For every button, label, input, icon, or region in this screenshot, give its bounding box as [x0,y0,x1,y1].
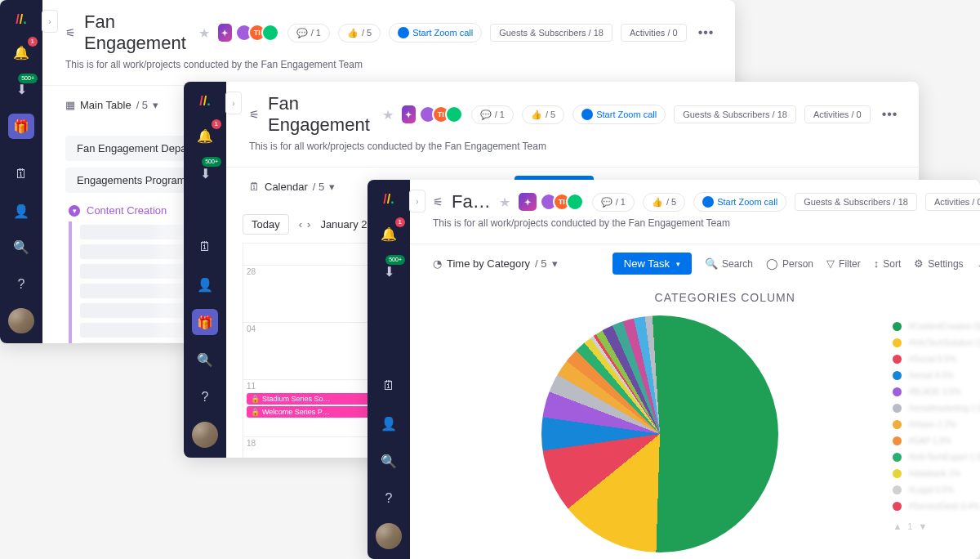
search-button[interactable]: 🔍Search [705,257,753,270]
activities-chip[interactable]: Activities / 0 [925,193,980,211]
legend-item[interactable]: #ServiceDesk 0.4% [893,502,980,511]
guests-chip[interactable]: Guests & Subscribers / 18 [795,193,917,211]
view-selector[interactable]: ◔ Time by Category / 5 ▾ [433,257,558,270]
legend-item[interactable]: #InfoTechSolution 13.5% [893,338,980,347]
legend-item[interactable]: #GAP 1.9% [893,436,980,445]
prev-icon[interactable]: ‹ [299,218,302,230]
star-icon[interactable]: ★ [198,25,210,41]
legend-item[interactable]: #Legal 0.5% [893,485,980,494]
legend-item[interactable]: #Social 8.5% [893,355,980,364]
gift-icon[interactable]: 🎁 [8,114,34,139]
app-badge-icon[interactable]: ✦ [218,24,232,42]
person-filter[interactable]: ◯Person [766,257,813,270]
star-icon[interactable]: ★ [499,195,510,210]
help-icon[interactable]: ? [192,384,218,410]
zoom-button[interactable]: Start Zoom call [693,192,786,212]
search-icon[interactable]: 🔍 [376,448,402,474]
zoom-button[interactable]: Start Zoom call [389,23,482,42]
app-badge-icon[interactable]: ✦ [402,105,416,123]
sort-button[interactable]: ↕Sort [874,257,902,270]
new-task-button[interactable]: New Task▾ [612,253,692,275]
invite-icon[interactable]: 👤 [192,271,218,297]
activities-chip[interactable]: Activities / 0 [804,105,871,123]
logo-icon[interactable]: //. [11,10,31,29]
legend-item[interactable]: #InfoTechExpert 1.5% [893,453,980,462]
collapse-icon[interactable]: ▾ [69,205,80,217]
expand-sidebar-icon[interactable]: › [409,190,425,212]
board-title[interactable]: Fan Engagement [268,93,374,136]
conversations-pill[interactable]: 💬/ 1 [287,24,330,42]
member-avatars[interactable]: TI [545,193,584,211]
more-icon[interactable]: ••• [879,107,902,122]
share-icon[interactable]: ⚟ [65,26,76,39]
legend-item[interactable]: #databank 1% [893,469,980,478]
avatar-icon [261,24,279,42]
share-icon[interactable]: ⚟ [433,195,443,208]
member-avatars[interactable]: TI [240,24,279,42]
user-avatar[interactable] [376,523,402,549]
settings-button[interactable]: ⚙Settings [914,257,963,270]
member-avatars[interactable]: TI [424,105,463,123]
table-row[interactable] [80,264,194,279]
user-avatar[interactable] [192,422,218,448]
legend-label: #Social 8.5% [908,355,956,364]
conversations-pill[interactable]: 💬/ 1 [592,193,635,212]
notifications-icon[interactable]: 🔔1 [192,123,218,149]
help-icon[interactable]: ? [376,485,402,512]
legend-pagination[interactable]: ▲ 1 ▼ [893,521,980,531]
expand-sidebar-icon[interactable]: › [225,92,242,114]
gift-icon[interactable]: 🎁 [192,309,218,335]
legend-swatch [893,485,902,494]
app-badge-icon[interactable]: ✦ [519,193,537,211]
board-title[interactable]: Fan Engagement [84,11,190,54]
guests-chip[interactable]: Guests & Subscribers / 18 [490,24,612,42]
calendar-icon[interactable]: 🗓 [8,162,34,187]
guests-chip[interactable]: Guests & Subscribers / 18 [674,105,796,123]
notifications-icon[interactable]: 🔔1 [8,40,34,65]
search-icon[interactable]: 🔍 [192,347,218,373]
inbox-icon[interactable]: ⬇500+ [8,77,34,102]
likes-pill[interactable]: 👍/ 5 [643,193,685,212]
table-row[interactable] [80,323,194,338]
table-row[interactable] [80,225,194,239]
table-row[interactable] [80,303,194,318]
notifications-icon[interactable]: 🔔1 [376,221,402,247]
search-icon[interactable]: 🔍 [8,235,34,260]
legend-swatch [893,404,902,413]
legend-item[interactable]: #emailmarketing 2.5% [893,404,980,413]
table-row[interactable] [80,284,194,298]
calendar-icon[interactable]: 🗓 [376,373,402,399]
logo-icon[interactable]: //. [195,92,215,111]
likes-pill[interactable]: 👍/ 5 [522,105,564,124]
legend-swatch [893,420,902,429]
inbox-icon[interactable]: ⬇500+ [376,258,402,284]
share-icon[interactable]: ⚟ [249,108,260,121]
invite-icon[interactable]: 👤 [8,199,34,224]
table-row[interactable] [80,244,194,259]
legend-item[interactable]: #email 4.5% [893,371,980,380]
conversations-pill[interactable]: 💬/ 1 [471,105,514,124]
more-icon[interactable]: ••• [695,25,718,40]
activities-chip[interactable]: Activities / 0 [621,24,687,42]
legend-item[interactable]: #Vision 2.2% [893,420,980,429]
view-selector[interactable]: ▦ Main Table / 5 ▾ [65,99,158,111]
likes-pill[interactable]: 👍/ 5 [338,24,381,42]
table-row[interactable] [80,342,194,343]
board-title[interactable]: Fa… [452,191,491,212]
legend-item[interactable]: #ContentCreation 50% [893,322,980,331]
invite-icon[interactable]: 👤 [376,410,402,436]
view-selector[interactable]: 🗓 Calendar / 5 ▾ [249,181,335,193]
today-button[interactable]: Today [243,214,289,235]
star-icon[interactable]: ★ [382,107,394,123]
logo-icon[interactable]: //. [379,190,399,209]
download-icon[interactable]: ⬇ [977,257,980,271]
calendar-icon[interactable]: 🗓 [192,234,218,260]
user-avatar[interactable] [8,308,34,333]
inbox-icon[interactable]: ⬇500+ [192,160,218,186]
next-icon[interactable]: › [307,218,310,230]
help-icon[interactable]: ? [8,271,34,297]
zoom-button[interactable]: Start Zoom call [572,105,666,124]
legend-item[interactable]: #BLADE 3.5% [893,387,980,396]
expand-sidebar-icon[interactable]: › [42,10,58,33]
filter-button[interactable]: ▽Filter [826,257,861,270]
